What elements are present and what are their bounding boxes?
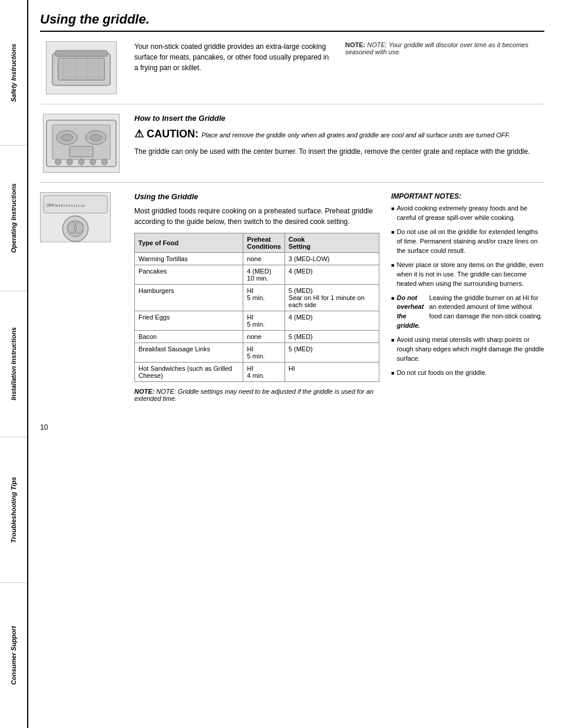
svg-point-10 (61, 134, 73, 141)
table-row: Warming Tortillasnone3 (MED-LOW) (135, 253, 379, 265)
using-heading: Using the Griddle (134, 192, 379, 201)
svg-point-16 (78, 159, 84, 165)
sidebar-label-installation: Installation Instructions (10, 327, 17, 400)
sidebar-label-safety: Safety Instructions (10, 44, 17, 102)
caution-icon: ⚠ (134, 128, 147, 140)
page-number: 10 (40, 423, 544, 431)
sidebar-section-installation: Installation Instructions (0, 291, 27, 437)
table-cell: 4 (MED) 10 min. (243, 265, 285, 285)
sidebar-label-consumer: Consumer Support (10, 626, 17, 685)
table-cell: Hot Sandwiches (such as Grilled Cheese) (135, 363, 243, 382)
important-notes: IMPORTANT NOTES: Avoid cooking extremely… (391, 192, 544, 402)
list-item: Do not cut foods on the griddle. (391, 368, 544, 378)
table-row: Hot Sandwiches (such as Grilled Cheese)H… (135, 363, 379, 382)
table-cell: 3 (MED-LOW) (285, 253, 379, 265)
caution-body: Place and remove the griddle only when a… (201, 131, 510, 139)
list-item: Avoid using metal utensils with sharp po… (391, 335, 544, 364)
table-cell: Warming Tortillas (135, 253, 243, 265)
table-cell: none (243, 331, 285, 343)
important-notes-title: IMPORTANT NOTES: (391, 192, 544, 200)
svg-rect-1 (58, 58, 105, 80)
preheat-table: Type of Food PreheatConditions CookSetti… (134, 233, 379, 382)
griddle-image-top (40, 41, 123, 94)
list-item: Avoid cooking extremely greasy foods and… (391, 204, 544, 223)
svg-text:HI 9 8 7 6 5 4 3 2 1 LO: HI 9 8 7 6 5 4 3 2 1 LO (55, 204, 85, 207)
sidebar-label-operating: Operating Instructions (10, 183, 17, 253)
table-row: Fried EggsHI 5 min.4 (MED) (135, 311, 379, 331)
svg-rect-2 (55, 51, 108, 57)
table-cell: HI 5 min. (243, 311, 285, 331)
knob-panel-icon: OFF HI 9 8 7 6 5 4 3 2 1 LO (41, 193, 110, 242)
table-cell: HI 4 min. (243, 363, 285, 382)
table-row: HamburgersHI 5 min.5 (MED) Sear on HI fo… (135, 285, 379, 311)
svg-point-14 (55, 159, 61, 165)
table-header-food: Type of Food (135, 233, 243, 253)
stove-icon (44, 114, 119, 172)
table-cell: Bacon (135, 331, 243, 343)
section-intro: Your non-stick coated griddle provides a… (40, 41, 544, 104)
svg-point-18 (101, 159, 107, 165)
svg-rect-13 (70, 146, 92, 157)
caution-title: ⚠ CAUTION: (134, 128, 201, 140)
section-using: OFF HI 9 8 7 6 5 4 3 2 1 LO Using the Gr… (40, 192, 544, 402)
table-cell: Fried Eggs (135, 311, 243, 331)
notes-list: Avoid cooking extremely greasy foods and… (391, 204, 544, 378)
table-header-preheat: PreheatConditions (243, 233, 285, 253)
svg-point-15 (67, 159, 72, 165)
table-cell: Breakfast Sausage Links (135, 343, 243, 363)
insert-heading: How to Insert the Griddle (134, 114, 544, 123)
griddle-icon (47, 42, 116, 94)
table-header-cook: CookSetting (285, 233, 379, 253)
note-bold-text: Do not overheat the griddle. (396, 294, 427, 331)
table-cell: HI (285, 363, 379, 382)
table-cell: 5 (MED) Sear on HI for 1 minute on each … (285, 285, 379, 311)
table-cell: HI 5 min. (243, 285, 285, 311)
knob-image: OFF HI 9 8 7 6 5 4 3 2 1 LO (40, 192, 123, 402)
list-item: Never place or store any items on the gr… (391, 261, 544, 289)
table-cell: none (243, 253, 285, 265)
using-intro: Most griddled foods require cooking on a… (134, 206, 379, 227)
sidebar-section-safety: Safety Instructions (0, 0, 27, 146)
table-row: Baconnone5 (MED) (135, 331, 379, 343)
sidebar-label-troubleshooting: Troubleshooting Tips (10, 477, 17, 543)
table-cell: Pancakes (135, 265, 243, 285)
table-note: NOTE: NOTE: Griddle settings may need to… (134, 388, 379, 402)
caution-block: ⚠ CAUTION: Place and remove the griddle … (134, 127, 544, 140)
section-insert: How to Insert the Griddle ⚠ CAUTION: Pla… (40, 114, 544, 183)
svg-point-12 (90, 134, 102, 141)
table-cell: 5 (MED) (285, 343, 379, 363)
table-cell: HI 5 min. (243, 343, 285, 363)
table-cell: 4 (MED) (285, 311, 379, 331)
svg-point-23 (67, 220, 84, 237)
section-intro-body: Your non-stick coated griddle provides a… (134, 41, 544, 94)
intro-note: NOTE: NOTE: Your griddle will discolor o… (345, 41, 544, 55)
sidebar: Safety Instructions Operating Instructio… (0, 0, 28, 728)
page-title: Using the griddle. (40, 12, 544, 32)
sidebar-section-operating: Operating Instructions (0, 146, 27, 291)
table-row: Breakfast Sausage LinksHI 5 min.5 (MED) (135, 343, 379, 363)
sidebar-section-troubleshooting: Troubleshooting Tips (0, 437, 27, 583)
svg-point-17 (90, 159, 96, 165)
table-cell: 5 (MED) (285, 331, 379, 343)
sidebar-section-consumer: Consumer Support (0, 583, 27, 728)
section-insert-body: How to Insert the Griddle ⚠ CAUTION: Pla… (134, 114, 544, 173)
table-cell: 4 (MED) (285, 265, 379, 285)
insert-body-text: The griddle can only be used with the ce… (134, 146, 544, 157)
list-item: Do not use oil on the griddle for extend… (391, 228, 544, 256)
intro-text: Your non-stick coated griddle provides a… (134, 41, 333, 73)
list-item: Do not overheat the griddle. Leaving the… (391, 294, 544, 331)
svg-text:OFF: OFF (47, 203, 55, 207)
main-content: Using the griddle. Your non-stick coated… (28, 0, 562, 728)
stove-image (40, 114, 123, 173)
table-cell: Hamburgers (135, 285, 243, 311)
table-row: Pancakes4 (MED) 10 min.4 (MED) (135, 265, 379, 285)
section-using-main: Using the Griddle Most griddled foods re… (134, 192, 379, 402)
